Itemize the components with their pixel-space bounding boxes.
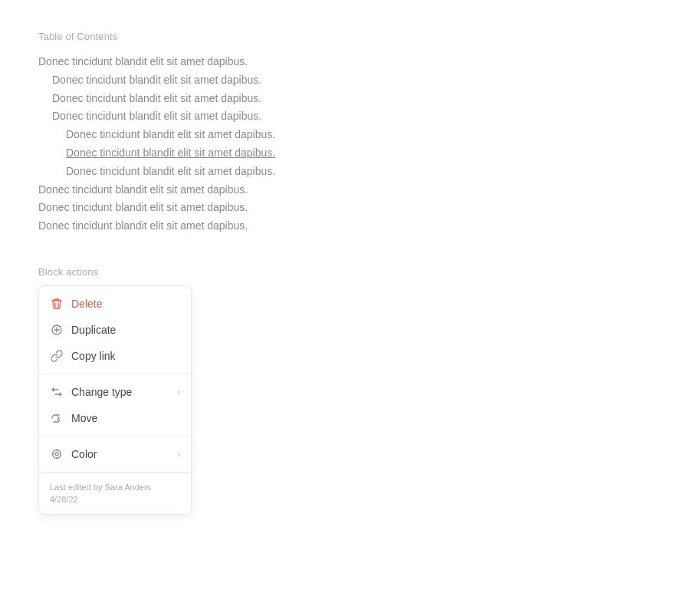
color-chevron: › xyxy=(177,449,180,460)
color-item[interactable]: Color › xyxy=(39,441,191,467)
svg-point-2 xyxy=(55,453,58,456)
toc-item-7[interactable]: Donec tincidunt blandit elit sit amet da… xyxy=(38,181,642,199)
menu-group-1: Delete Duplicate Copy li xyxy=(39,286,191,374)
menu-footer: Last edited by Sara Anders 4/28/22 xyxy=(39,473,191,514)
duplicate-icon xyxy=(50,323,64,337)
change-type-item[interactable]: Change type › xyxy=(39,379,191,405)
toc-item-3[interactable]: Donec tincidunt blandit elit sit amet da… xyxy=(52,107,642,126)
menu-group-2: Change type › Move xyxy=(39,374,191,436)
menu-group-3: Color › xyxy=(39,436,191,473)
toc-item-2[interactable]: Donec tincidunt blandit elit sit amet da… xyxy=(52,90,642,108)
color-label: Color xyxy=(71,448,97,460)
move-item[interactable]: Move xyxy=(39,405,191,431)
toc-item-4[interactable]: Donec tincidunt blandit elit sit amet da… xyxy=(66,126,642,144)
move-label: Move xyxy=(71,412,97,424)
toc-label: Table of Contents xyxy=(38,31,642,42)
copy-link-item[interactable]: Copy link xyxy=(39,343,191,369)
footer-line2: 4/28/22 xyxy=(50,493,180,506)
delete-item[interactable]: Delete xyxy=(39,291,191,317)
color-icon xyxy=(50,447,64,461)
block-actions-label: Block actions xyxy=(38,266,642,278)
toc-item-9[interactable]: Donec tincidunt blandit elit sit amet da… xyxy=(38,217,642,236)
change-type-icon xyxy=(50,385,64,399)
toc-item-1[interactable]: Donec tincidunt blandit elit sit amet da… xyxy=(52,71,642,90)
link-icon xyxy=(50,349,64,363)
move-icon xyxy=(50,411,64,425)
change-type-chevron: › xyxy=(177,387,180,397)
change-type-label: Change type xyxy=(71,386,132,398)
trash-icon xyxy=(50,297,64,311)
context-menu: Delete Duplicate Copy li xyxy=(38,285,192,515)
delete-label: Delete xyxy=(71,298,102,310)
duplicate-label: Duplicate xyxy=(71,324,116,336)
toc-item-8[interactable]: Donec tincidunt blandit elit sit amet da… xyxy=(38,199,642,217)
footer-line1: Last edited by Sara Anders xyxy=(50,481,180,494)
block-actions-section: Block actions Delete Duplicate xyxy=(38,266,642,515)
toc-list: Donec tincidunt blandit elit sit amet da… xyxy=(38,53,642,236)
toc-item-6[interactable]: Donec tincidunt blandit elit sit amet da… xyxy=(66,163,642,181)
toc-item-5[interactable]: Donec tincidunt blandit elit sit amet da… xyxy=(66,144,642,163)
copy-link-label: Copy link xyxy=(71,350,116,362)
toc-item-0[interactable]: Donec tincidunt blandit elit sit amet da… xyxy=(38,53,642,71)
toc-section: Table of Contents Donec tincidunt blandi… xyxy=(38,31,642,236)
duplicate-item[interactable]: Duplicate xyxy=(39,317,191,343)
